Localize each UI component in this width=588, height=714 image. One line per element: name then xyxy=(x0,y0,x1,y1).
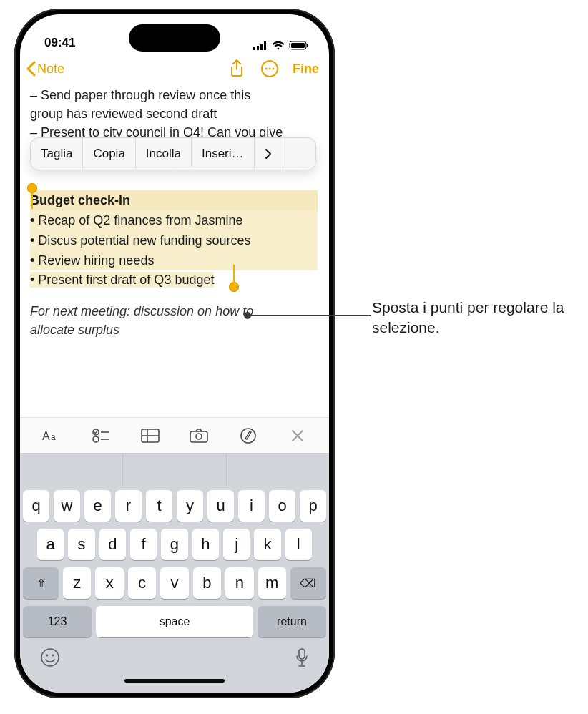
key-h[interactable]: h xyxy=(192,529,219,560)
key-o[interactable]: o xyxy=(269,490,295,522)
dynamic-island xyxy=(129,24,220,52)
note-content[interactable]: – Send paper through review once this gr… xyxy=(20,86,329,417)
emoji-icon[interactable] xyxy=(40,647,60,670)
key-space[interactable]: space xyxy=(96,606,253,637)
camera-icon[interactable] xyxy=(183,423,215,449)
formatting-toolbar: Aa xyxy=(20,417,329,453)
battery-icon xyxy=(289,41,309,50)
key-numbers[interactable]: 123 xyxy=(23,606,92,637)
key-b[interactable]: b xyxy=(193,567,221,599)
key-c[interactable]: c xyxy=(128,567,156,599)
svg-text:a: a xyxy=(51,432,56,442)
keyboard-row-2: a s d f g h j k l xyxy=(23,529,326,560)
key-v[interactable]: v xyxy=(160,567,188,599)
key-y[interactable]: y xyxy=(177,490,203,522)
svg-rect-26 xyxy=(299,649,305,659)
key-e[interactable]: e xyxy=(84,490,111,522)
selection-bullet: Recap of Q2 finances from Jasmine xyxy=(30,210,318,230)
key-r[interactable]: r xyxy=(115,490,142,522)
key-backspace[interactable]: ⌫ xyxy=(290,567,326,599)
edit-menu-insert[interactable]: Inseri… xyxy=(192,138,255,170)
edit-menu-copy[interactable]: Copia xyxy=(83,138,135,170)
svg-rect-5 xyxy=(291,43,305,48)
svg-point-22 xyxy=(241,429,255,443)
selection-handle-start[interactable] xyxy=(27,183,37,193)
note-italic-line: allocate surplus xyxy=(30,321,319,339)
key-p[interactable]: p xyxy=(300,490,326,522)
key-z[interactable]: z xyxy=(63,567,91,599)
status-time: 09:41 xyxy=(44,36,75,50)
svg-point-15 xyxy=(93,436,99,442)
selection-bullet: Review hiring needs xyxy=(30,250,318,270)
svg-point-10 xyxy=(272,67,274,69)
cellular-icon xyxy=(253,41,268,50)
dictation-icon[interactable] xyxy=(295,647,309,670)
note-line: – Send paper through review once this xyxy=(30,86,319,104)
key-q[interactable]: q xyxy=(23,490,49,522)
table-icon[interactable] xyxy=(134,423,166,449)
svg-rect-0 xyxy=(253,47,255,50)
share-icon[interactable] xyxy=(227,59,247,79)
key-x[interactable]: x xyxy=(95,567,123,599)
note-line: group has reviewed second draft xyxy=(30,104,319,123)
key-w[interactable]: w xyxy=(54,490,80,522)
suggestion-slot[interactable] xyxy=(20,454,123,486)
home-indicator[interactable] xyxy=(124,679,225,683)
key-k[interactable]: k xyxy=(254,529,280,560)
close-icon[interactable] xyxy=(282,423,313,449)
selection-heading: Budget check-in xyxy=(30,190,318,210)
key-i[interactable]: i xyxy=(238,490,265,522)
svg-point-24 xyxy=(46,655,49,657)
text-format-icon[interactable]: Aa xyxy=(36,423,67,449)
callout-leader-line xyxy=(248,315,371,316)
svg-rect-6 xyxy=(307,44,308,47)
edit-menu: Taglia Copia Incolla Inseri… xyxy=(30,137,316,170)
keyboard-suggestions xyxy=(20,453,329,486)
key-f[interactable]: f xyxy=(130,529,157,560)
edit-menu-more[interactable] xyxy=(255,138,283,170)
key-l[interactable]: l xyxy=(285,529,312,560)
wifi-icon xyxy=(272,41,285,50)
note-italic-line: For next meeting: discussion on how to xyxy=(30,302,319,321)
selection-bullet: Present first draft of Q3 budget xyxy=(30,272,214,288)
svg-point-9 xyxy=(268,67,270,69)
svg-text:A: A xyxy=(42,430,50,442)
selection-bullet: Discus potential new funding sources xyxy=(30,230,318,250)
keyboard-row-1: q w e r t y u i o p xyxy=(23,490,326,522)
key-n[interactable]: n xyxy=(225,567,253,599)
back-label: Note xyxy=(37,62,64,77)
svg-rect-2 xyxy=(260,44,263,50)
keyboard: q w e r t y u i o p a s d f g h j k l xyxy=(20,486,329,693)
suggestion-slot[interactable] xyxy=(123,454,226,486)
callout-text: Sposta i punti per regolare la selezione… xyxy=(372,298,572,338)
key-d[interactable]: d xyxy=(99,529,126,560)
nav-bar: Note Fine xyxy=(20,53,329,86)
text-selection[interactable]: Budget check-in Recap of Q2 finances fro… xyxy=(30,190,319,289)
svg-point-8 xyxy=(265,67,267,69)
key-g[interactable]: g xyxy=(161,529,187,560)
key-m[interactable]: m xyxy=(258,567,286,599)
keyboard-row-3: ⇧ z x c v b n m ⌫ xyxy=(23,567,326,599)
svg-rect-3 xyxy=(264,41,266,50)
checklist-icon[interactable] xyxy=(85,423,117,449)
key-s[interactable]: s xyxy=(68,529,94,560)
selection-handle-end[interactable] xyxy=(229,282,239,292)
key-t[interactable]: t xyxy=(146,490,172,522)
svg-point-23 xyxy=(41,649,59,666)
key-return[interactable]: return xyxy=(258,606,326,637)
svg-point-21 xyxy=(196,434,202,439)
key-u[interactable]: u xyxy=(207,490,234,522)
markup-icon[interactable] xyxy=(232,423,264,449)
suggestion-slot[interactable] xyxy=(227,454,329,486)
edit-menu-cut[interactable]: Taglia xyxy=(31,138,83,170)
svg-rect-1 xyxy=(257,46,259,50)
key-shift[interactable]: ⇧ xyxy=(23,567,59,599)
back-button[interactable]: Note xyxy=(26,61,64,77)
key-a[interactable]: a xyxy=(37,529,64,560)
key-j[interactable]: j xyxy=(223,529,250,560)
done-button[interactable]: Fine xyxy=(293,62,319,77)
more-icon[interactable] xyxy=(260,59,280,79)
svg-point-25 xyxy=(52,655,54,657)
keyboard-row-4: 123 space return xyxy=(23,606,326,637)
